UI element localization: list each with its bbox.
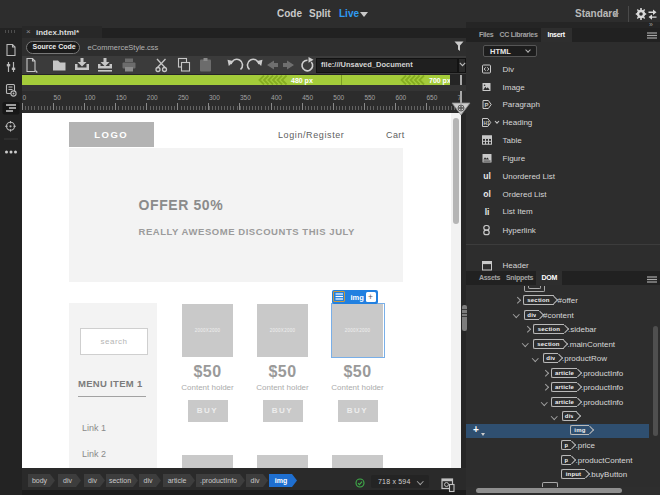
svg-text:0: 0	[23, 94, 27, 101]
svg-text:100: 100	[85, 94, 96, 101]
svg-text:300: 300	[209, 94, 220, 101]
svg-text:70: 70	[458, 94, 462, 101]
svg-text:500: 500	[333, 94, 344, 101]
svg-text:480 px: 480 px	[291, 77, 313, 85]
svg-text:400: 400	[271, 94, 282, 101]
svg-text:200: 200	[147, 94, 158, 101]
svg-text:550: 550	[364, 94, 375, 101]
svg-text:250: 250	[178, 94, 189, 101]
svg-text:450: 450	[302, 94, 313, 101]
svg-text:P: P	[485, 102, 489, 108]
svg-text:650: 650	[427, 94, 438, 101]
svg-text:700 px: 700 px	[429, 77, 450, 85]
svg-text:H1: H1	[484, 121, 490, 126]
svg-text:600: 600	[395, 94, 406, 101]
svg-text:150: 150	[116, 94, 127, 101]
svg-text:350: 350	[240, 94, 251, 101]
svg-text:50: 50	[54, 94, 62, 101]
